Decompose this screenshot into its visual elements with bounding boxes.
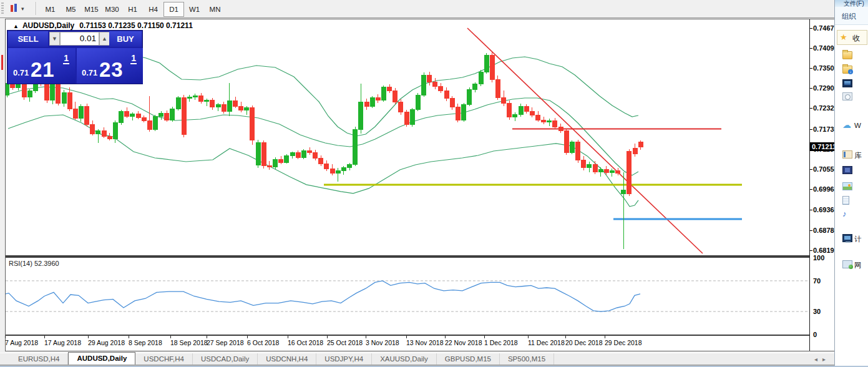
volume-increase-button[interactable]: ▲ xyxy=(99,32,110,46)
rsi-axis-label: 100 xyxy=(813,254,824,262)
buy-price-big: 23 xyxy=(99,58,124,82)
sidebar-item-desktop[interactable] xyxy=(835,78,868,91)
timeframe-toolbar: M1M5M15M30H1H4D1W1MN xyxy=(40,2,225,16)
tab-scroll-arrows[interactable]: ◂▸ xyxy=(814,356,831,363)
sidebar-item-network[interactable]: 网 xyxy=(835,259,868,272)
price-tick xyxy=(810,28,812,29)
sell-price-big: 21 xyxy=(31,58,55,82)
sell-price-prefix: 0.71 xyxy=(13,68,29,77)
chart-tab-xauusd-daily[interactable]: XAUUSD,Daily xyxy=(372,353,437,365)
sell-price-box[interactable]: 0.71 21 1 xyxy=(8,48,76,84)
sidebar-item-libraries[interactable]: 库 xyxy=(835,149,868,162)
timeframe-button-m1[interactable]: M1 xyxy=(40,2,61,17)
date-tick xyxy=(247,336,248,338)
price-tick xyxy=(810,48,812,49)
toolbar-grip[interactable] xyxy=(1,2,4,14)
candle-blue-icon xyxy=(14,4,17,12)
timeframe-button-h4[interactable]: H4 xyxy=(143,2,163,17)
timeframe-button-h1[interactable]: H1 xyxy=(122,2,143,17)
price-tick xyxy=(810,210,812,210)
one-click-trading-panel: SELL ▼ 0.01 ▲ BUY 0.71 21 1 0.71 23 1 xyxy=(7,30,143,84)
videos-icon xyxy=(842,166,852,174)
sidebar-item-documents[interactable] xyxy=(835,195,868,207)
recent-places-icon xyxy=(842,92,852,100)
chart-tab-usdcad-daily[interactable]: USDCAD,Daily xyxy=(193,353,258,365)
sell-button[interactable]: SELL xyxy=(8,31,48,47)
chart-tab-gbpusd-m15[interactable]: GBPUSD,M15 xyxy=(437,353,500,365)
sidebar-item-pictures[interactable] xyxy=(835,181,868,193)
tab-scroll-left-icon[interactable]: ◂ xyxy=(814,356,822,363)
downloads-icon xyxy=(842,66,852,74)
price-tick xyxy=(810,129,812,130)
chart-tab-usdcnh-h4[interactable]: USDCNH,H4 xyxy=(258,353,316,365)
volume-decrease-button[interactable]: ▼ xyxy=(49,32,60,46)
date-axis-label: 3 Nov 2018 xyxy=(366,339,399,346)
sell-price-pip: 1 xyxy=(63,53,69,64)
explorer-organize-button[interactable]: 组织 xyxy=(835,7,868,25)
date-tick xyxy=(170,336,171,338)
chevron-down-icon: ▾ xyxy=(21,6,24,12)
timeframe-button-m15[interactable]: M15 xyxy=(81,2,102,17)
sidebar-item-downloads[interactable] xyxy=(835,64,868,77)
network-label: 网 xyxy=(854,261,862,270)
sidebar-item-music[interactable]: ♪ xyxy=(835,208,868,221)
documents-icon xyxy=(842,196,849,205)
date-tick xyxy=(327,336,328,338)
price-tick xyxy=(810,88,812,89)
timeframe-button-d1[interactable]: D1 xyxy=(163,2,184,17)
date-tick xyxy=(366,336,366,338)
price-tick xyxy=(810,230,812,231)
chart-type-dropdown[interactable]: ▾ xyxy=(9,3,31,14)
libraries-label: 库 xyxy=(854,151,862,160)
chart-window[interactable]: ▲AUDUSD,Daily0.71153 0.71235 0.71150 0.7… xyxy=(5,19,834,351)
date-tick xyxy=(565,336,566,338)
date-axis-label: 29 Dec 2018 xyxy=(605,339,642,346)
date-tick xyxy=(129,336,129,338)
sidebar-item-favorites[interactable]: ★ 收 xyxy=(837,30,867,45)
volume-input[interactable]: 0.01 xyxy=(60,32,99,46)
chart-tab-audusd-daily[interactable]: AUDUSD,Daily xyxy=(68,352,135,365)
buy-price-box[interactable]: 0.71 23 1 xyxy=(77,48,143,84)
timeframe-button-m30[interactable]: M30 xyxy=(102,2,122,17)
pictures-icon xyxy=(842,182,852,190)
rsi-axis-label: 0 xyxy=(813,331,817,338)
chart-tab-bar: EURUSD,H4AUDUSD,DailyUSDCHF,H4USDCAD,Dai… xyxy=(0,353,834,365)
rsi-line xyxy=(6,281,640,311)
explorer-file-menu[interactable]: 文件(F) xyxy=(835,0,868,7)
chart-title: ▲AUDUSD,Daily0.71153 0.71235 0.71150 0.7… xyxy=(13,21,193,30)
collapse-triangle-icon[interactable]: ▲ xyxy=(13,23,19,29)
date-tick xyxy=(484,336,485,338)
sidebar-item-recent-places[interactable] xyxy=(835,91,868,104)
rsi-chart-canvas[interactable] xyxy=(6,258,809,333)
price-tick xyxy=(810,189,812,190)
sidebar-item-folder[interactable] xyxy=(835,50,868,62)
price-tick xyxy=(810,169,812,170)
price-axis[interactable]: 0.746750.740900.735050.729050.723200.717… xyxy=(809,19,834,351)
date-axis-label: 29 Aug 2018 xyxy=(88,339,125,346)
libraries-icon xyxy=(842,150,852,159)
date-tick xyxy=(207,336,207,338)
date-axis-label: 11 Dec 2018 xyxy=(528,339,565,346)
timeframe-button-mn[interactable]: MN xyxy=(205,2,225,17)
date-axis-label: 22 Nov 2018 xyxy=(445,339,482,346)
date-tick xyxy=(528,336,529,338)
chart-tab-eurusd-h4[interactable]: EURUSD,H4 xyxy=(10,353,68,365)
star-icon: ★ xyxy=(840,32,847,42)
sidebar-item-videos[interactable] xyxy=(835,165,868,177)
sidebar-item-wps-cloud[interactable]: ☁W xyxy=(835,120,868,132)
date-axis-label: 6 Oct 2018 xyxy=(247,339,279,346)
date-tick xyxy=(5,336,6,338)
date-axis[interactable]: 7 Aug 201817 Aug 201829 Aug 20188 Sep 20… xyxy=(6,336,809,351)
price-tick xyxy=(810,250,812,251)
timeframe-button-w1[interactable]: W1 xyxy=(184,2,205,17)
timeframe-button-m5[interactable]: M5 xyxy=(61,2,81,17)
date-axis-label: 1 Dec 2018 xyxy=(484,339,518,346)
chart-tab-usdchf-h4[interactable]: USDCHF,H4 xyxy=(135,353,193,365)
wps-cloud-label: W xyxy=(854,122,861,129)
buy-button[interactable]: BUY xyxy=(109,31,142,47)
chart-tab-usdjpy-h4[interactable]: USDJPY,H4 xyxy=(316,353,372,365)
sidebar-item-computer[interactable]: 计 xyxy=(835,233,868,245)
buy-price-pip: 1 xyxy=(130,53,137,64)
chart-tab-sp500-m15[interactable]: SP500,M15 xyxy=(500,353,554,365)
tab-scroll-right-icon[interactable]: ▸ xyxy=(822,356,831,363)
